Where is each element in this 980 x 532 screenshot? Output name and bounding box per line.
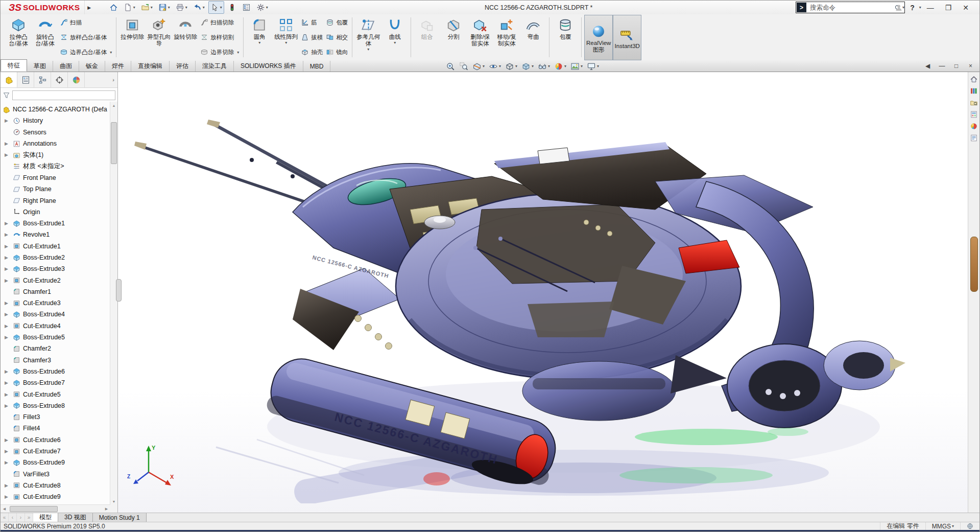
displaymanager-tab[interactable] bbox=[68, 72, 85, 87]
tree-item[interactable]: ▶Boss-Extrude2 bbox=[1, 252, 110, 263]
dropdown-caret-icon[interactable]: ▾ bbox=[266, 5, 268, 10]
select-button[interactable]: ▾ bbox=[208, 1, 224, 14]
dropdown-caret-icon[interactable]: ▾ bbox=[532, 64, 534, 68]
tree-item[interactable]: ▶Revolve1 bbox=[1, 229, 110, 240]
annotation-view-button[interactable]: ▾ bbox=[487, 61, 503, 72]
dropdown-caret-icon[interactable]: ▾ bbox=[110, 50, 112, 55]
ribbon-button[interactable]: 包覆 bbox=[552, 15, 579, 42]
tree-item[interactable]: ▶Boss-Extrude9 bbox=[1, 457, 110, 468]
tree-item[interactable]: ▶Cut-Extrude3 bbox=[1, 297, 110, 309]
view-orientation-button[interactable]: ▾ bbox=[504, 61, 519, 72]
ribbon-button[interactable]: 旋转切除 bbox=[172, 15, 199, 42]
tree-root-item[interactable]: NCC 12566-C AZGAROTH (Defa bbox=[1, 104, 110, 115]
configurationmanager-tab[interactable] bbox=[34, 72, 51, 87]
resources-tab[interactable] bbox=[969, 74, 979, 84]
expand-arrow-icon[interactable]: ▶ bbox=[5, 460, 10, 465]
print-button[interactable]: ▾ bbox=[174, 1, 189, 14]
tree-item[interactable]: Chamfer1 bbox=[1, 286, 110, 297]
expand-arrow-icon[interactable]: ▶ bbox=[5, 392, 10, 397]
tab-焊件[interactable]: 焊件 bbox=[105, 61, 131, 72]
tab-曲面[interactable]: 曲面 bbox=[53, 61, 79, 72]
doc-tab-3D 视图[interactable]: 3D 视图 bbox=[58, 513, 93, 522]
ribbon-button[interactable]: Instant3D bbox=[613, 15, 641, 60]
open-button[interactable]: ▾ bbox=[139, 1, 155, 14]
ribbon-button[interactable]: 扫描切除 bbox=[200, 16, 239, 29]
tab-SOLIDWORKS 插件[interactable]: SOLIDWORKS 插件 bbox=[234, 61, 303, 72]
ribbon-button[interactable]: 圆角▾ bbox=[246, 15, 273, 47]
view-palette-tab[interactable] bbox=[969, 109, 979, 119]
dropdown-caret-icon[interactable]: ▾ bbox=[483, 64, 485, 68]
tree-item[interactable]: ▶Cut-Extrude5 bbox=[1, 388, 110, 400]
expand-arrow-icon[interactable]: ▶ bbox=[5, 152, 10, 157]
doc-tab-模型[interactable]: 模型 bbox=[33, 513, 58, 522]
tree-item[interactable]: Front Plane bbox=[1, 172, 110, 183]
new-document-button[interactable]: ▾ bbox=[122, 1, 137, 14]
tree-item[interactable]: Top Plane bbox=[1, 183, 110, 195]
dimxpertmanager-tab[interactable] bbox=[51, 72, 68, 87]
ribbon-button[interactable]: RealView 图形 bbox=[584, 15, 613, 60]
tree-item[interactable]: ▶实体(1) bbox=[1, 149, 110, 160]
apply-scene-button[interactable]: ▾ bbox=[569, 61, 584, 72]
expand-arrow-icon[interactable]: ▶ bbox=[5, 232, 10, 237]
dropdown-caret-icon[interactable]: ▾ bbox=[597, 64, 599, 68]
dropdown-caret-icon[interactable]: ▾ bbox=[237, 50, 239, 55]
collapse-panel-button[interactable]: ◀ bbox=[922, 61, 934, 71]
tab-评估[interactable]: 评估 bbox=[170, 61, 196, 72]
tab-渲染工具[interactable]: 渲染工具 bbox=[196, 61, 234, 72]
tree-item[interactable]: ▶Cut-Extrude4 bbox=[1, 320, 110, 332]
featuremanager-tab[interactable] bbox=[1, 72, 17, 87]
save-button[interactable]: ▾ bbox=[156, 1, 172, 14]
tree-vertical-scrollbar[interactable]: ▲ ▼ bbox=[110, 102, 117, 505]
ribbon-button[interactable]: 包覆 bbox=[326, 16, 348, 29]
units-selector[interactable]: MMGS▾ bbox=[925, 522, 960, 530]
ribbon-button[interactable]: 放样切割 bbox=[200, 31, 239, 44]
undo-button[interactable]: ▾ bbox=[191, 1, 207, 14]
dropdown-caret-icon[interactable]: ▾ bbox=[548, 64, 550, 68]
hide-show-items-button[interactable]: ▾ bbox=[536, 61, 552, 72]
tree-item[interactable]: ▶Boss-Extrude8 bbox=[1, 400, 110, 411]
tree-vscroll-thumb[interactable] bbox=[111, 122, 117, 164]
section-view-button[interactable]: ▾ bbox=[471, 61, 486, 72]
tree-item[interactable]: ▶Annotations bbox=[1, 138, 110, 149]
expand-arrow-icon[interactable]: ▶ bbox=[5, 380, 10, 385]
tree-item[interactable]: ▶Cut-Extrude7 bbox=[1, 446, 110, 457]
ribbon-button[interactable]: 放样凸台/基体 bbox=[60, 31, 112, 44]
expand-arrow-icon[interactable]: ▶ bbox=[5, 278, 10, 283]
panel-splitter-handle[interactable] bbox=[116, 279, 122, 302]
scroll-up-icon[interactable]: ▲ bbox=[110, 102, 117, 109]
ribbon-button[interactable]: 拔模 bbox=[301, 31, 323, 44]
design-library-tab[interactable] bbox=[969, 86, 979, 96]
tree-item[interactable]: Chamfer3 bbox=[1, 355, 110, 366]
dropdown-caret-icon[interactable]: ▾ bbox=[515, 64, 517, 68]
expand-arrow-icon[interactable]: ▶ bbox=[5, 244, 10, 249]
tree-hscroll-thumb[interactable] bbox=[10, 506, 58, 512]
scroll-right-icon[interactable]: ▶ bbox=[103, 505, 110, 513]
close-window-button[interactable]: ✕ bbox=[957, 4, 974, 12]
ribbon-button[interactable]: 相交 bbox=[326, 31, 348, 44]
dropdown-caret-icon[interactable]: ▾ bbox=[564, 64, 566, 68]
options-button[interactable]: ▾ bbox=[254, 1, 270, 14]
file-properties-button[interactable] bbox=[240, 1, 253, 14]
tree-item[interactable]: ▶Boss-Extrude3 bbox=[1, 263, 110, 274]
ribbon-button[interactable]: 移动/复制实体 bbox=[493, 15, 520, 49]
taskpane-scrollbar-thumb[interactable] bbox=[970, 237, 978, 292]
expand-arrow-icon[interactable]: ▶ bbox=[5, 300, 10, 306]
tree-item[interactable]: Fillet4 bbox=[1, 423, 110, 434]
appearances-tab[interactable] bbox=[969, 121, 979, 131]
manager-tabs-overflow[interactable]: › bbox=[85, 72, 117, 87]
ribbon-button[interactable]: 参考几何体▾ bbox=[355, 15, 381, 53]
expand-arrow-icon[interactable]: ▶ bbox=[5, 323, 10, 329]
dropdown-caret-icon[interactable]: ▾ bbox=[367, 47, 369, 52]
tree-item[interactable]: ▶Boss-Extrude1 bbox=[1, 218, 110, 229]
tree-item[interactable]: ▶Cut-Extrude2 bbox=[1, 274, 110, 286]
tree-item[interactable]: Right Plane bbox=[1, 195, 110, 206]
display-style-button[interactable]: ▾ bbox=[520, 61, 535, 72]
expand-arrow-icon[interactable]: ▶ bbox=[5, 449, 10, 454]
tree-item[interactable]: ▶Boss-Extrude6 bbox=[1, 366, 110, 377]
ribbon-button[interactable]: 旋转凸台/基体 bbox=[32, 15, 58, 49]
logo-flyout-arrow-icon[interactable]: ▶ bbox=[84, 1, 94, 14]
filter-input[interactable] bbox=[12, 90, 115, 100]
ribbon-button[interactable]: 拉伸凸台/基体 bbox=[5, 15, 32, 49]
next-tab-button[interactable]: › bbox=[17, 513, 25, 522]
ribbon-button[interactable]: 筋 bbox=[301, 16, 323, 29]
